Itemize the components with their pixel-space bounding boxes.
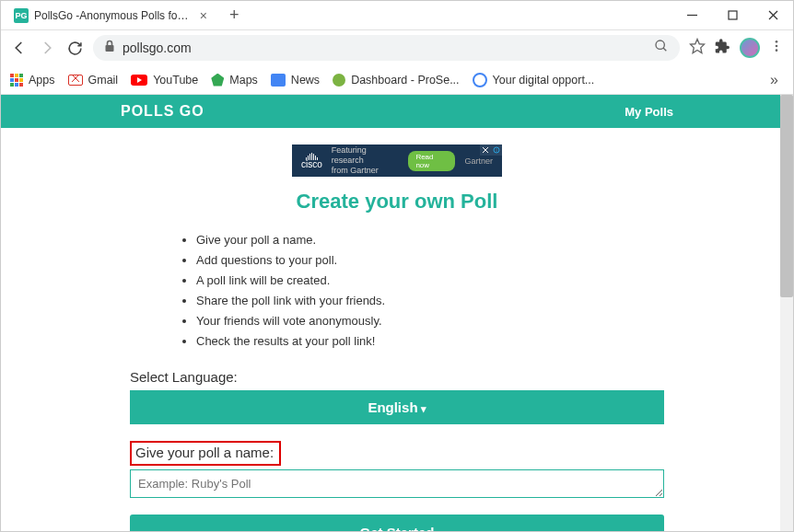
instruction-item: Your friends will vote anonymously. xyxy=(196,311,664,331)
my-polls-link[interactable]: My Polls xyxy=(625,105,673,119)
ad-cta-button[interactable]: Read now xyxy=(408,151,455,171)
instruction-item: A poll link will be created. xyxy=(196,271,664,291)
svg-line-6 xyxy=(663,48,666,51)
svg-marker-7 xyxy=(691,40,705,53)
bookmark-dashboard[interactable]: Dashboard - ProSe... xyxy=(333,74,459,87)
bookmark-maps[interactable]: Maps xyxy=(211,74,258,87)
ad-banner[interactable]: i cisco Featuring researchfrom Gartner R… xyxy=(292,145,502,177)
bookmark-apps[interactable]: Apps xyxy=(10,74,55,87)
back-button[interactable] xyxy=(10,39,29,57)
page-viewport: POLLS GO My Polls i cisco Featuring rese… xyxy=(1,95,793,531)
bookmarks-overflow-button[interactable]: » xyxy=(770,72,784,88)
bookmark-youtube[interactable]: YouTube xyxy=(131,74,198,87)
zoom-icon[interactable] xyxy=(654,39,669,57)
window-titlebar: PG PollsGo -Anonymous Polls for W × + xyxy=(1,1,793,30)
language-dropdown[interactable]: English xyxy=(130,390,664,424)
instruction-item: Add questions to your poll. xyxy=(196,250,664,271)
svg-text:i: i xyxy=(496,147,496,153)
ad-text: Featuring researchfrom Gartner xyxy=(332,145,400,175)
gmail-icon xyxy=(68,75,83,86)
svg-point-9 xyxy=(776,45,778,48)
bookmarks-bar: Apps Gmail YouTube Maps News Dashboard -… xyxy=(1,65,793,95)
tab-close-button[interactable]: × xyxy=(196,8,211,23)
bookmark-digital[interactable]: Your digital opport... xyxy=(473,73,595,87)
get-started-button[interactable]: Get Started xyxy=(130,515,664,531)
svg-rect-1 xyxy=(729,11,737,19)
forward-button[interactable] xyxy=(38,39,56,57)
cisco-logo: cisco xyxy=(301,153,322,169)
google-icon xyxy=(473,73,487,87)
poll-name-label: Give your poll a name: xyxy=(135,445,274,460)
url-input[interactable]: pollsgo.com xyxy=(93,35,680,61)
instruction-item: Give your poll a name. xyxy=(196,230,664,250)
minimize-button[interactable] xyxy=(671,2,712,29)
svg-point-8 xyxy=(776,40,778,43)
news-icon xyxy=(271,74,286,87)
address-bar: pollsgo.com xyxy=(1,30,793,65)
apps-icon xyxy=(10,74,23,87)
bookmark-gmail[interactable]: Gmail xyxy=(68,74,119,87)
brand-logo[interactable]: POLLS GO xyxy=(121,103,204,120)
close-window-button[interactable] xyxy=(753,2,793,29)
url-text: pollsgo.com xyxy=(123,40,647,55)
extensions-icon[interactable] xyxy=(715,39,730,58)
scrollbar[interactable] xyxy=(780,95,793,531)
bookmark-star-icon[interactable] xyxy=(689,38,706,58)
lock-icon xyxy=(104,40,115,56)
page-title: Create your own Poll xyxy=(130,190,664,214)
instruction-item: Check the results at your poll link! xyxy=(196,331,664,352)
tab-title: PollsGo -Anonymous Polls for W xyxy=(34,9,191,22)
tab-favicon: PG xyxy=(14,8,29,23)
highlight-annotation: Give your poll a name: xyxy=(130,441,281,466)
svg-rect-4 xyxy=(106,45,114,52)
profile-avatar[interactable] xyxy=(740,38,760,58)
bookmark-news[interactable]: News xyxy=(271,74,320,87)
instruction-item: Share the poll link with your friends. xyxy=(196,291,664,311)
maximize-button[interactable] xyxy=(712,2,753,29)
select-language-label: Select Language: xyxy=(130,369,664,385)
poll-name-input[interactable] xyxy=(130,469,664,498)
reload-button[interactable] xyxy=(65,39,84,57)
chrome-menu-icon[interactable] xyxy=(769,39,784,57)
maps-icon xyxy=(211,74,224,87)
dashboard-icon xyxy=(333,74,345,87)
ad-close-button[interactable]: i xyxy=(480,145,502,156)
browser-tab[interactable]: PG PollsGo -Anonymous Polls for W × xyxy=(6,2,218,29)
svg-point-10 xyxy=(776,49,778,52)
svg-point-5 xyxy=(656,40,664,49)
instructions-list: Give your poll a name. Add questions to … xyxy=(130,230,664,353)
site-header: POLLS GO My Polls xyxy=(1,95,793,128)
youtube-icon xyxy=(131,75,147,86)
new-tab-button[interactable]: + xyxy=(218,6,251,25)
gartner-label: Gartner xyxy=(464,156,493,166)
